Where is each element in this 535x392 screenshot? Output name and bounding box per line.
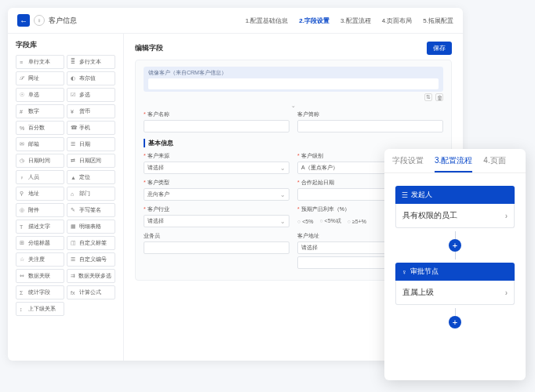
- field-icon: fx: [71, 290, 77, 296]
- field-type-item[interactable]: ⚲地址: [16, 187, 64, 201]
- select-source[interactable]: 请选择: [144, 162, 289, 174]
- radio-option[interactable]: <5%: [297, 219, 313, 224]
- label-type: 客户类型: [144, 179, 289, 187]
- delete-icon[interactable]: 🗑: [435, 93, 443, 101]
- field-type-item[interactable]: ↕上下级关系: [16, 302, 64, 316]
- node-initiator[interactable]: ☰发起人 具有权限的员工: [395, 186, 515, 228]
- field-icon: ⚲: [20, 191, 26, 197]
- field-icon: ☰: [71, 256, 77, 263]
- field-icon: ▲: [71, 175, 77, 180]
- step-3[interactable]: 4.页面布局: [382, 16, 413, 25]
- field-icon: ⇉: [71, 273, 76, 279]
- label-salesperson: 业务员: [144, 232, 289, 240]
- field-type-item[interactable]: ⇄日期区间: [67, 154, 115, 168]
- field-type-item[interactable]: ⇔数据关联: [16, 269, 64, 283]
- field-icon: ≡: [20, 60, 26, 65]
- save-button[interactable]: 保存: [427, 42, 452, 55]
- label-industry: 客户行业: [144, 205, 289, 213]
- select-type[interactable]: 意向客户: [144, 188, 289, 201]
- field-icon: ☰: [71, 141, 77, 147]
- mirror-field[interactable]: 镜像客户（来自CRM客户信息）: [144, 67, 443, 92]
- sidebar-title: 字段库: [16, 40, 115, 50]
- field-type-item[interactable]: ⌂部门: [67, 187, 115, 201]
- node-approval[interactable]: ♀审批节点 直属上级: [395, 263, 515, 305]
- field-type-item[interactable]: ✎手写签名: [67, 203, 115, 217]
- section-basic-info: 基本信息: [144, 139, 443, 147]
- field-icon: ↕: [20, 307, 26, 312]
- chevron-down-icon: ⌄: [144, 103, 443, 109]
- field-icon: ◫: [71, 240, 77, 246]
- field-icon: ✉: [20, 141, 26, 147]
- field-type-item[interactable]: ◷日期时间: [16, 154, 64, 168]
- field-type-item[interactable]: ≣多行文本: [67, 55, 115, 69]
- field-icon: ✎: [71, 207, 77, 213]
- overlay-tab[interactable]: 3.配置流程: [435, 155, 472, 172]
- field-type-item[interactable]: fx计算公式: [67, 285, 115, 299]
- field-type-item[interactable]: Σ统计字段: [16, 285, 64, 299]
- field-icon: Σ: [20, 290, 26, 296]
- list-icon: ☰: [402, 191, 408, 199]
- field-icon: ◎: [20, 207, 26, 213]
- field-icon: ☆: [20, 256, 26, 263]
- overlay-card: 字段设置3.配置流程4.页面 ☰发起人 具有权限的员工 + ♀审批节点 直属上级…: [384, 149, 526, 380]
- step-nav: 1.配置基础信息2.字段设置3.配置流程4.页面布局5.拓展配置: [246, 16, 453, 25]
- back-button[interactable]: ←: [17, 14, 30, 27]
- field-icon: ⇄: [71, 158, 77, 164]
- field-icon: ◐: [71, 75, 77, 82]
- label-source: 客户来源: [144, 152, 289, 160]
- field-type-item[interactable]: ☑多选: [67, 88, 115, 102]
- overlay-tabs: 字段设置3.配置流程4.页面: [384, 149, 526, 173]
- field-type-item[interactable]: %百分数: [16, 121, 64, 135]
- connector: +: [395, 231, 515, 260]
- field-type-item[interactable]: ▲定位: [67, 170, 115, 184]
- input-salesperson[interactable]: [144, 241, 289, 254]
- field-type-item[interactable]: ◎附件: [16, 203, 64, 217]
- field-icon: 𝒮: [20, 75, 26, 82]
- field-icon: ♀: [20, 175, 26, 180]
- field-icon: %: [20, 125, 26, 131]
- mirror-input[interactable]: [148, 78, 439, 89]
- field-type-item[interactable]: T描述文字: [16, 220, 64, 234]
- radio-option[interactable]: <5%或: [319, 217, 340, 225]
- field-icon: ⌂: [71, 191, 77, 197]
- label-customer-name: 客户名称: [144, 111, 289, 118]
- field-type-item[interactable]: ≡单行文本: [16, 55, 64, 69]
- field-type-item[interactable]: ☰自定义编号: [67, 252, 115, 267]
- step-1[interactable]: 2.字段设置: [299, 16, 329, 25]
- field-icon: ▦: [71, 223, 77, 230]
- step-2[interactable]: 3.配置流程: [340, 16, 371, 25]
- field-type-item[interactable]: ⇉数据关联多选: [67, 269, 115, 283]
- input-customer-name[interactable]: [144, 120, 289, 132]
- add-node-button[interactable]: +: [449, 239, 461, 252]
- field-icon: ¥: [71, 109, 77, 114]
- overlay-tab[interactable]: 4.页面: [483, 155, 505, 172]
- move-icon[interactable]: ⇅: [424, 93, 432, 101]
- field-type-item[interactable]: ¥货币: [67, 104, 115, 118]
- field-type-item[interactable]: ◫自定义标签: [67, 236, 115, 250]
- field-type-item[interactable]: #数字: [16, 104, 64, 118]
- label-customer-alias: 客户简称: [297, 111, 443, 118]
- field-type-item[interactable]: ☉单选: [16, 88, 64, 102]
- select-industry[interactable]: 请选择: [144, 215, 289, 227]
- add-node-button[interactable]: +: [449, 316, 461, 328]
- field-type-item[interactable]: ♀人员: [16, 170, 64, 184]
- overlay-tab[interactable]: 字段设置: [392, 155, 424, 172]
- step-0[interactable]: 1.配置基础信息: [246, 16, 289, 25]
- field-type-item[interactable]: ☆关注度: [16, 252, 64, 267]
- field-type-item[interactable]: ☎手机: [67, 121, 115, 135]
- field-type-item[interactable]: ◐布尔值: [67, 71, 115, 85]
- field-library: 字段库 ≡单行文本≣多行文本𝒮网址◐布尔值☉单选☑多选#数字¥货币%百分数☎手机…: [8, 34, 124, 361]
- step-4[interactable]: 5.拓展配置: [423, 16, 453, 25]
- radio-option[interactable]: ≥5+%: [348, 219, 366, 224]
- person-icon: ♀: [402, 268, 407, 276]
- field-type-item[interactable]: ▦明细表格: [67, 220, 115, 234]
- input-customer-alias[interactable]: [297, 120, 443, 132]
- field-type-item[interactable]: 𝒮网址: [16, 71, 64, 85]
- field-type-item[interactable]: ✉邮箱: [16, 137, 64, 151]
- field-icon: ⊞: [20, 240, 26, 246]
- field-type-item[interactable]: ☰日期: [67, 137, 115, 151]
- field-icon: ☑: [71, 92, 77, 98]
- field-type-item[interactable]: ⊞分组标题: [16, 236, 64, 250]
- content-title: 编辑字段: [135, 43, 163, 53]
- field-controls: ⇅ 🗑: [144, 93, 443, 101]
